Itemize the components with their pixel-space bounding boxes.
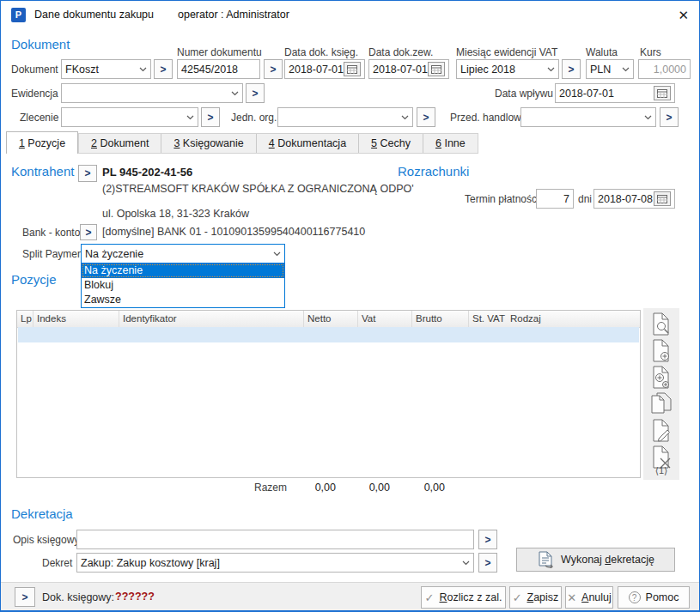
numer-dokumentu-label: Numer dokumentu	[177, 46, 262, 58]
termin-dni-input[interactable]: 7	[536, 189, 574, 209]
dok-ksiegowy-value: ??????	[115, 591, 155, 603]
page-indicator: ⟨1⟩	[655, 465, 668, 476]
bank-konto-more-button[interactable]: >	[80, 224, 97, 240]
cross-icon: ✕	[567, 591, 576, 604]
rozlicz-z-zal-button[interactable]: ✓ Rozlicz z zal.	[421, 586, 506, 609]
kontrahent-more-button[interactable]: >	[78, 165, 97, 182]
zlecenie-more-button[interactable]: >	[201, 107, 220, 127]
zlecenie-combo[interactable]	[61, 107, 198, 127]
col-vat[interactable]: Vat	[357, 311, 411, 327]
close-icon[interactable]: ✕	[678, 9, 689, 21]
col-netto[interactable]: Netto	[303, 311, 357, 327]
chevron-down-icon	[622, 67, 630, 72]
col-brutto[interactable]: Brutto	[411, 311, 468, 327]
chevron-down-icon	[462, 560, 470, 566]
calendar-icon[interactable]	[654, 86, 671, 100]
przed-handlowy-more-button[interactable]: >	[660, 107, 679, 127]
kontrahent-nip: PL 945-202-41-56	[102, 166, 192, 179]
data-zew-label: Data dok.zew.	[368, 46, 433, 58]
calendar-icon[interactable]	[344, 62, 361, 76]
pomoc-button[interactable]: ? Pomoc	[618, 586, 690, 609]
dropdown-option-blokuj[interactable]: Blokuj	[82, 278, 284, 293]
opis-ksiegowy-input[interactable]	[76, 530, 474, 549]
chevron-down-icon	[547, 67, 555, 72]
dokument-more-button[interactable]: >	[154, 59, 173, 79]
przed-handlowy-combo[interactable]	[520, 107, 656, 127]
check-icon: ✓	[513, 591, 522, 604]
calendar-icon[interactable]	[428, 62, 445, 76]
dok-ksiegowy-label: Dok. księgowy:	[42, 591, 114, 603]
dok-ksiegowy-more-button[interactable]: >	[15, 587, 35, 607]
dokument-combo[interactable]: FKoszt	[61, 59, 151, 79]
razem-brutto: 0,00	[393, 482, 445, 494]
chevron-down-icon	[186, 115, 194, 120]
col-identyfikator[interactable]: Identyfikator	[119, 311, 303, 327]
ewidencja-label: Ewidencja	[11, 88, 58, 100]
section-pozycje: Pozycje	[11, 272, 57, 287]
col-rodzaj[interactable]: Rodzaj	[507, 311, 640, 327]
ewidencja-combo[interactable]	[61, 83, 243, 103]
data-ksieg-input[interactable]: 2018-07-01	[284, 59, 365, 79]
dekret-label: Dekret	[42, 557, 72, 569]
tab-strip: 2 Dokument 3 Księgowanie 4 Dokumentacja …	[78, 133, 478, 154]
tab-dokumentacja[interactable]: 4 Dokumentacja	[257, 134, 359, 153]
tab-inne[interactable]: 6 Inne	[423, 134, 478, 153]
wykonaj-dekretacje-button[interactable]: Wykonaj dekretację	[516, 548, 675, 572]
tab-cechy[interactable]: 5 Cechy	[359, 134, 423, 153]
dropdown-option-zawsze[interactable]: Zawsze	[82, 293, 284, 307]
jedn-org-combo[interactable]	[277, 107, 413, 127]
purchase-document-dialog: P Dane dokumentu zakupu operator : Admin…	[0, 0, 700, 612]
razem-vat: 0,00	[338, 482, 390, 494]
dropdown-option-na-zyczenie[interactable]: Na życzenie	[82, 264, 284, 278]
chevron-down-icon	[139, 67, 147, 72]
dekret-combo[interactable]: Zakup: Zakup kosztowy [kraj]	[76, 553, 474, 573]
data-wplywu-input[interactable]: 2018-07-01	[555, 83, 675, 103]
check-icon: ✓	[425, 591, 435, 604]
numer-more-button[interactable]: >	[264, 59, 283, 79]
data-wplywu-label: Data wpływu	[495, 88, 553, 100]
section-kontrahent: Kontrahent	[11, 164, 74, 179]
razem-label: Razem	[254, 482, 287, 494]
anuluj-button[interactable]: ✕ Anuluj	[565, 586, 613, 609]
bank-konto-value: [domyślne] BANK 01 - 1010901359954040011…	[102, 226, 365, 238]
section-dekretacja: Dekretacja	[11, 506, 73, 521]
tab-pozycje[interactable]: 1 Pozycje	[6, 131, 78, 154]
kontrahent-address: ul. Opolska 18, 31-323 Kraków	[102, 208, 249, 220]
footer-bar: > Dok. księgowy: ?????? ✓ Rozlicz z zal.…	[1, 582, 699, 612]
selected-empty-row[interactable]	[18, 327, 639, 342]
miesiac-vat-label: Miesiąc ewidencji VAT	[456, 46, 557, 58]
chevron-down-icon	[273, 251, 281, 257]
split-payment-combo[interactable]: Na życzenie	[81, 244, 285, 264]
miesiac-more-button[interactable]: >	[562, 59, 581, 79]
dekret-more-button[interactable]: >	[478, 553, 497, 573]
jedn-org-more-button[interactable]: >	[417, 107, 435, 127]
add-item-icon[interactable]	[647, 337, 676, 364]
chevron-down-icon	[644, 115, 652, 120]
calendar-icon[interactable]	[654, 191, 671, 206]
tab-dokument[interactable]: 2 Dokument	[79, 134, 161, 153]
add-item-special-icon[interactable]	[647, 364, 676, 391]
section-dokument: Dokument	[11, 37, 70, 52]
copy-item-icon[interactable]	[647, 391, 676, 417]
jedn-org-label: Jedn. org.	[231, 112, 277, 124]
miesiac-vat-combo[interactable]: Lipiec 2018	[456, 59, 559, 79]
data-zew-input[interactable]: 2018-07-01	[368, 59, 449, 79]
waluta-combo[interactable]: PLN	[586, 59, 634, 79]
col-indeks[interactable]: Indeks	[33, 311, 119, 327]
items-table[interactable]: Lp Indeks Identyfikator Netto Vat Brutto…	[16, 310, 641, 478]
tab-ksiegowanie[interactable]: 3 Księgowanie	[161, 134, 256, 153]
ewidencja-more-button[interactable]: >	[246, 83, 265, 103]
app-logo-icon: P	[11, 8, 26, 22]
col-lp[interactable]: Lp	[17, 311, 33, 327]
opis-more-button[interactable]: >	[478, 530, 497, 549]
termin-data-input[interactable]: 2018-07-08	[593, 189, 675, 209]
edit-item-icon[interactable]	[647, 417, 676, 444]
data-ksieg-label: Data dok. księg.	[284, 46, 358, 58]
preview-item-icon[interactable]	[647, 311, 676, 337]
opis-ksiegowy-label: Opis księgowy	[13, 534, 79, 546]
zapisz-button[interactable]: ✓ Zapisz	[509, 586, 562, 609]
kontrahent-name: (2)STREAMSOFT KRAKÓW SPÓŁKA Z OGRANICZON…	[102, 183, 414, 195]
numer-dokumentu-input[interactable]: 42545/2018	[177, 59, 260, 79]
col-st-vat[interactable]: St. VAT	[468, 311, 507, 327]
titlebar: P Dane dokumentu zakupu operator : Admin…	[1, 1, 699, 28]
